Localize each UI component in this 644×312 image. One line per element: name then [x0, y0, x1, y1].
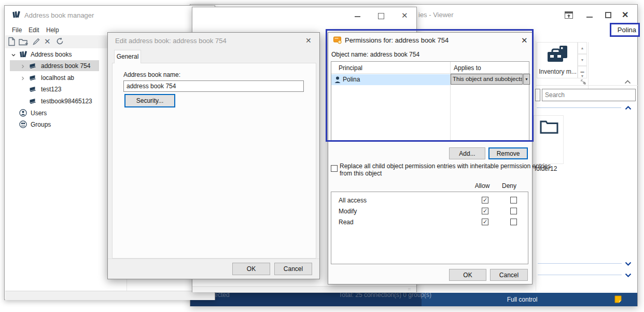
replace-permissions-checkbox[interactable] [331, 165, 338, 172]
close-button[interactable]: ✕ [622, 10, 628, 20]
tree-item-label[interactable]: address book 754 [41, 62, 90, 70]
permission-name: Read [339, 219, 354, 226]
cancel-button[interactable]: Cancel [274, 263, 312, 275]
section-separator-bottom [538, 275, 622, 275]
maximize-button[interactable] [378, 13, 384, 19]
tab-general-label: General [117, 53, 139, 60]
security-button[interactable]: Security... [124, 94, 175, 107]
permission-name: All access [339, 197, 367, 204]
section-separator-mid [538, 263, 622, 264]
remove-button[interactable]: Remove [488, 147, 528, 159]
menu-edit[interactable]: Edit [29, 26, 39, 34]
search-adjacent-fragment [535, 89, 540, 101]
deny-checkbox-all-access[interactable] [510, 197, 517, 204]
address-book-icon [29, 86, 37, 94]
ribbon-collapse-chevron-icon[interactable] [624, 78, 631, 86]
allow-checkbox-all-access[interactable]: ✓ [482, 197, 488, 204]
tab-general[interactable]: General [114, 50, 141, 63]
ribbon-group-label: Inventory m... [537, 68, 578, 75]
status-right-text: Full control [488, 296, 556, 303]
status-note-icon[interactable] [614, 295, 622, 305]
tree-item-label[interactable]: Address books [31, 51, 72, 58]
tree-item-label[interactable]: Users [31, 110, 47, 117]
minimize-button[interactable] [355, 16, 360, 17]
close-button[interactable]: ✕ [305, 37, 312, 44]
tree-item-label[interactable]: localhost ab [41, 74, 74, 82]
section-expand-down-icon-2[interactable] [625, 272, 632, 279]
minimize-button[interactable] [586, 17, 593, 18]
menu-help[interactable]: Help [46, 26, 59, 34]
ribbon-group-inventory[interactable]: Inventory m... [537, 42, 578, 78]
ribbon-scroll-down-button[interactable]: ▼ [578, 54, 587, 66]
manager-window-title: Address book manager [24, 11, 94, 19]
chevron-right-icon[interactable] [20, 63, 25, 71]
tab-panel [112, 63, 316, 259]
address-book-icon [29, 98, 37, 106]
search-placeholder: Search [545, 91, 565, 99]
deny-column-header: Deny [499, 182, 520, 189]
cancel-button[interactable]: Cancel [490, 269, 528, 281]
group-icon [19, 120, 27, 130]
replace-permissions-label-line2[interactable]: from this object [340, 170, 382, 177]
ribbon-bottom-border [536, 85, 638, 86]
middle-window-footer [192, 286, 416, 292]
address-book-name-input[interactable]: address book 754 [123, 80, 304, 92]
ribbon-scroll-up-button[interactable]: ▲ [578, 42, 587, 54]
user-badge-label: Polina [618, 24, 638, 35]
tree-item-label[interactable]: testbook98465123 [41, 98, 92, 105]
deny-checkbox-read[interactable] [510, 219, 517, 225]
address-books-icon [19, 50, 28, 60]
toolbox-icon [546, 45, 569, 67]
replace-permissions-label-line1[interactable]: Replace all child object permission entr… [340, 162, 551, 170]
close-button[interactable]: ✕ [401, 12, 408, 19]
viewer-status-bar: Not selected Total: 25 connection(s) 0 g… [190, 293, 637, 306]
collapse-ribbon-icon[interactable] [565, 11, 573, 20]
tree-item-label[interactable]: test123 [41, 86, 61, 93]
menu-file[interactable]: File [12, 26, 22, 34]
edit-dialog-title: Edit address book: address book 754 [115, 37, 227, 45]
address-book-name-label: Address book name: [123, 71, 180, 78]
status-shadow-overlay [190, 293, 422, 306]
search-input[interactable]: Search [542, 89, 636, 101]
address-books-app-icon [12, 10, 21, 21]
user-icon [19, 109, 27, 118]
address-book-icon [29, 62, 37, 71]
highlight-principals-region [326, 29, 534, 142]
tree-item-label[interactable]: Groups [31, 121, 51, 128]
footer-divider [108, 259, 319, 259]
folder-icon [540, 118, 558, 137]
ribbon-group-separator [588, 42, 589, 89]
allow-checkbox-read[interactable]: ✓ [482, 219, 488, 225]
add-button[interactable]: Add... [449, 147, 485, 159]
deny-checkbox-modify[interactable] [510, 208, 517, 214]
maximize-button[interactable] [605, 12, 611, 18]
edit-pencil-icon[interactable] [32, 37, 40, 47]
user-badge[interactable]: Polina [610, 23, 640, 37]
section-separator-top [537, 107, 621, 108]
permissions-grid: All access ✓ Modify ✓ Read ✓ [331, 192, 528, 264]
edit-address-book-dialog: Edit address book: address book 754 ✕ Ge… [107, 32, 320, 279]
ok-button[interactable]: OK [232, 263, 270, 275]
allow-column-header: Allow [472, 182, 493, 189]
ribbon-more-button[interactable]: ▬▼ [578, 66, 587, 78]
add-folder-icon[interactable] [19, 38, 29, 47]
ok-button[interactable]: OK [449, 269, 486, 281]
refresh-icon[interactable] [55, 37, 64, 47]
section-expand-down-icon-1[interactable] [625, 260, 632, 267]
resize-grip-icon[interactable]: ⁙ [408, 287, 412, 292]
delete-x-icon[interactable]: ✕ [44, 37, 51, 45]
address-book-name-value: address book 754 [127, 83, 176, 90]
folder-tile[interactable] [534, 115, 564, 164]
address-book-icon [29, 74, 37, 83]
permission-name: Modify [339, 208, 357, 215]
viewer-window-title: ies - Viewer [418, 11, 454, 19]
allow-checkbox-modify[interactable]: ✓ [482, 208, 488, 214]
new-document-icon[interactable] [8, 37, 16, 48]
chevron-right-icon[interactable] [20, 75, 25, 83]
chevron-down-icon[interactable] [11, 52, 16, 59]
section-collapse-up-icon[interactable] [625, 104, 632, 112]
manager-footer [5, 291, 215, 300]
